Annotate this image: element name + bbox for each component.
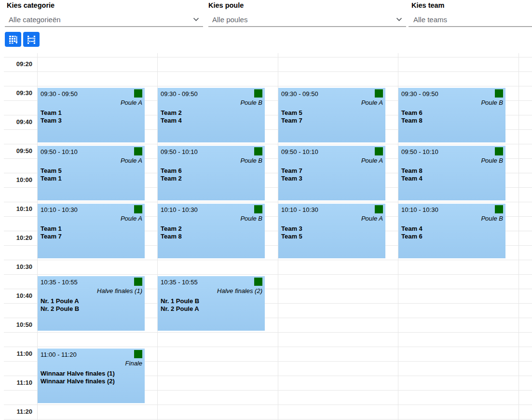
match-card[interactable]: 10:35 - 10:55 Halve finales (2) Nr. 1 Po… [158, 276, 265, 331]
match-card[interactable]: 09:30 - 09:50 Poule B Team 6Team 8 [398, 88, 505, 142]
event-team-name: Nr. 1 Poule B [161, 297, 199, 305]
team-select-value: Alle teams [413, 15, 447, 24]
event-teams: Team 5Team 7 [281, 109, 302, 124]
event-poule-label: Halve finales (1) [97, 287, 142, 294]
event-teams: Nr. 1 Poule BNr. 2 Poule A [161, 297, 199, 312]
match-card[interactable]: 09:50 - 10:10 Poule A Team 5Team 1 [38, 146, 145, 200]
status-square-icon [134, 278, 142, 286]
event-teams: Team 8Team 4 [401, 167, 423, 182]
chevron-down-icon [396, 17, 402, 22]
event-poule-label: Finale [125, 360, 142, 367]
event-teams: Team 5Team 1 [41, 167, 62, 182]
status-square-icon [134, 205, 142, 213]
event-team-name: Winnaar Halve finales (2) [41, 378, 115, 385]
event-team-name: Team 2 [161, 225, 182, 233]
status-square-icon [495, 205, 503, 213]
time-axis-label: 10:30 [0, 260, 32, 274]
time-axis-label: 10:50 [0, 318, 32, 332]
match-card[interactable]: 10:10 - 10:30 Poule B Team 2Team 8 [158, 204, 265, 258]
chevron-down-icon [193, 17, 199, 22]
time-axis-label: 09:20 [0, 57, 32, 71]
event-team-name: Team 1 [41, 225, 62, 233]
grid-line-horizontal [4, 57, 532, 57]
match-card[interactable]: 09:50 - 10:10 Poule A Team 7Team 3 [278, 146, 385, 200]
event-poule-label: Poule A [361, 157, 383, 164]
grid-line-vertical [518, 53, 519, 420]
event-team-name: Team 8 [401, 117, 423, 125]
event-team-name: Team 3 [281, 225, 302, 233]
event-team-name: Team 5 [281, 109, 302, 117]
category-select[interactable]: Alle categorieën [5, 13, 203, 27]
event-team-name: Team 2 [161, 109, 182, 117]
event-teams: Team 6Team 8 [401, 109, 423, 124]
match-card[interactable]: 10:35 - 10:55 Halve finales (1) Nr. 1 Po… [38, 276, 145, 331]
match-card[interactable]: 10:10 - 10:30 Poule B Team 4Team 6 [398, 204, 505, 258]
table-view-button[interactable] [5, 32, 21, 47]
time-axis-label: 11:00 [0, 347, 32, 361]
event-team-name: Team 7 [41, 233, 62, 240]
match-card[interactable]: 11:00 - 11:20 Finale Winnaar Halve final… [38, 349, 145, 403]
status-square-icon [375, 147, 383, 155]
event-teams: Team 7Team 3 [281, 167, 302, 182]
event-team-name: Team 2 [161, 175, 182, 182]
swap-rows-icon [27, 35, 36, 44]
grid-line-horizontal [4, 144, 532, 144]
event-team-name: Team 1 [41, 109, 62, 117]
status-square-icon [254, 278, 262, 286]
status-square-icon [375, 205, 383, 213]
event-team-name: Team 4 [401, 225, 423, 233]
event-team-name: Winnaar Halve finales (1) [41, 370, 115, 378]
event-teams: Team 6Team 2 [161, 167, 182, 182]
grid-line-horizontal [4, 260, 532, 260]
grid-line-horizontal [4, 419, 532, 420]
table-arrow-down-icon [8, 35, 18, 44]
status-square-icon [495, 147, 503, 155]
filter-category-label: Kies categorie [7, 1, 55, 9]
event-time-range: 09:30 - 09:50 [161, 90, 198, 98]
event-time-range: 09:50 - 10:10 [161, 148, 198, 155]
event-time-range: 10:35 - 10:55 [161, 279, 198, 286]
grid-line-horizontal [4, 71, 532, 72]
time-axis-label: 10:40 [0, 289, 32, 303]
event-team-name: Team 4 [161, 117, 182, 125]
match-card[interactable]: 09:30 - 09:50 Poule B Team 2Team 4 [158, 88, 265, 142]
filter-poule-label: Kies poule [208, 1, 244, 9]
time-axis-label: 11:10 [0, 376, 32, 390]
status-square-icon [134, 147, 142, 155]
event-poule-label: Poule A [121, 215, 142, 222]
event-team-name: Team 6 [401, 233, 423, 240]
grid-line-horizontal [4, 347, 532, 347]
event-poule-label: Poule A [361, 99, 383, 106]
event-poule-label: Poule B [481, 99, 503, 106]
match-card[interactable]: 09:50 - 10:10 Poule B Team 6Team 2 [158, 146, 265, 200]
tournament-schedule-app: Kies categorie Alle categorieën Kies pou… [0, 0, 532, 420]
event-team-name: Team 3 [281, 175, 302, 182]
match-card[interactable]: 10:10 - 10:30 Poule A Team 1Team 7 [38, 204, 145, 258]
match-card[interactable]: 09:50 - 10:10 Poule B Team 8Team 4 [398, 146, 505, 200]
match-card[interactable]: 09:30 - 09:50 Poule A Team 1Team 3 [38, 88, 145, 142]
event-team-name: Team 6 [401, 109, 423, 117]
time-axis-label: 09:40 [0, 115, 32, 129]
event-team-name: Team 5 [281, 233, 302, 240]
event-time-range: 09:50 - 10:10 [41, 148, 78, 155]
category-select-value: Alle categorieën [9, 15, 61, 24]
event-teams: Team 2Team 8 [161, 225, 182, 240]
event-poule-label: Poule A [361, 215, 383, 222]
team-select[interactable]: Alle teams [409, 13, 532, 27]
time-axis-label: 10:00 [0, 173, 32, 187]
event-team-name: Team 5 [41, 167, 62, 175]
event-poule-label: Poule B [240, 215, 262, 222]
match-card[interactable]: 09:30 - 09:50 Poule A Team 5Team 7 [278, 88, 385, 142]
event-time-range: 10:10 - 10:30 [401, 206, 438, 213]
event-poule-label: Poule A [121, 157, 142, 164]
match-card[interactable]: 10:10 - 10:30 Poule A Team 3Team 5 [278, 204, 385, 258]
poule-select[interactable]: Alle poules [208, 13, 406, 27]
event-team-name: Nr. 2 Poule A [161, 305, 199, 313]
swap-view-button[interactable] [23, 32, 40, 47]
schedule-grid: 09:2009:3009:4009:5010:0010:1010:2010:30… [0, 53, 532, 420]
event-team-name: Team 8 [401, 167, 423, 175]
grid-line-horizontal [4, 405, 532, 405]
status-square-icon [134, 350, 142, 358]
status-square-icon [254, 205, 262, 213]
event-teams: Team 2Team 4 [161, 109, 182, 124]
